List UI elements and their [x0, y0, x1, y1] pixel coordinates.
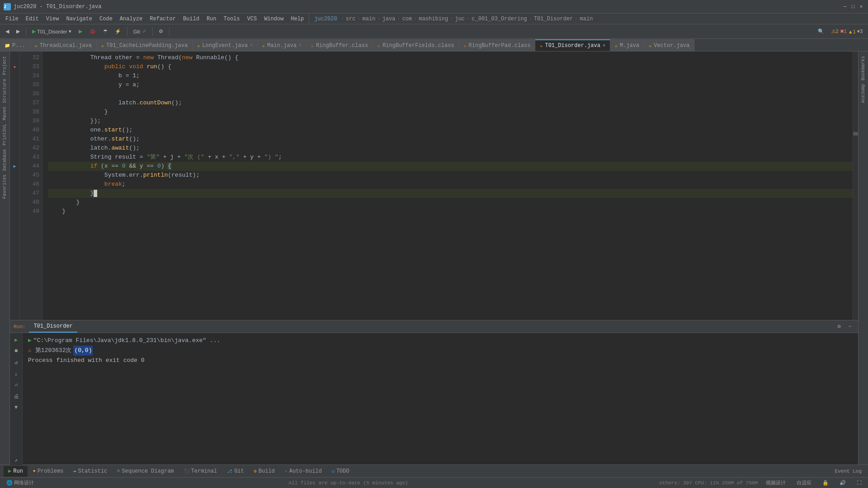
title-bar: J juc2020 - T01_Disorder.java ─ □ ×: [0, 0, 868, 14]
menu-java: java: [381, 16, 397, 22]
tab-ringbufferfields[interactable]: ☕RingBufferFields.class: [373, 39, 459, 51]
toolbar-settings-button[interactable]: ⚙: [156, 26, 166, 37]
menu-tools[interactable]: Tools: [220, 14, 244, 24]
console-rerun-icon[interactable]: ↺: [11, 357, 21, 367]
close-button[interactable]: ×: [858, 4, 864, 10]
git-icon: ⎇: [227, 469, 232, 474]
sidebar-right-2[interactable]: AceJump: [860, 82, 867, 105]
minimize-button[interactable]: ─: [842, 4, 848, 10]
app-icon: J: [4, 3, 11, 10]
toolbar: ◀ ▶ ▶ T01_Disorder ▾ ▶ 🐞 ☂ ⚡ Git: ✓ ⚙ 🔍 …: [0, 24, 868, 39]
bottom-tab-problems[interactable]: ● Problems: [28, 466, 68, 477]
toolbar-back-button[interactable]: ◀: [3, 26, 12, 37]
menu-navigate[interactable]: Navigate: [62, 14, 96, 24]
toolbar-profile-button[interactable]: ⚡: [112, 26, 124, 37]
tab-longevent[interactable]: ☕LongEvent.java ×: [193, 39, 258, 51]
bottom-tab-terminal[interactable]: ⬛ Terminal: [179, 466, 222, 477]
sidebar-project[interactable]: Project: [1, 54, 8, 77]
tab-m[interactable]: ☕M.java: [610, 39, 644, 51]
tab-bar: 📁P... ☕ThreadLocal.java ☕T01_CacheLinePa…: [0, 39, 868, 52]
tab-threadlocal[interactable]: ☕ThreadLocal.java: [30, 39, 97, 51]
line-numbers: 32 33 34 35 36 37 38 39 40 41 42 43 44 4…: [20, 52, 42, 320]
toolbar-debug-button[interactable]: 🐞: [87, 26, 99, 37]
bottom-tab-todo[interactable]: ☑ TODO: [327, 466, 354, 477]
bottom-tab-build[interactable]: ⚙ Build: [250, 466, 279, 477]
code-line-46: break;: [48, 180, 853, 189]
panel-tab-t01disorder[interactable]: T01_Disorder: [29, 321, 77, 333]
menu-build[interactable]: Build: [179, 14, 203, 24]
run-tab-label: Run: [13, 468, 23, 474]
code-content[interactable]: Thread other = new Thread(new Runnable()…: [42, 52, 853, 320]
tab-vector[interactable]: ☕Vector.java: [644, 39, 694, 51]
console-wrap-icon[interactable]: ⏎: [11, 380, 21, 390]
code-line-47: }: [48, 189, 853, 198]
menu-file[interactable]: File: [2, 14, 22, 24]
toolbar-coverage-button[interactable]: ☂: [100, 26, 110, 37]
menu-run[interactable]: Run: [203, 14, 220, 24]
status-bar-right: others: 397 CPU: 11% 258M of 750M 视频设计 自…: [659, 479, 864, 486]
menu-com: com: [401, 16, 414, 22]
console-scroll-icon[interactable]: ⇣: [11, 369, 21, 379]
sidebar-right-1[interactable]: Bookmarks: [860, 54, 867, 82]
panel-minimize-button[interactable]: −: [845, 322, 854, 331]
status-adaptive[interactable]: 自适应: [794, 479, 814, 486]
bottom-tab-statistic[interactable]: ▬ Statistic: [69, 466, 112, 477]
tab-main[interactable]: ☕Main.java ×: [258, 39, 307, 51]
toolbar-search-button[interactable]: 🔍: [815, 26, 827, 37]
menu-vcs[interactable]: VCS: [244, 14, 261, 24]
sidebar-maven[interactable]: Maven: [1, 105, 8, 122]
bottom-tab-run[interactable]: ▶ Run: [4, 466, 28, 477]
code-line-43: String result = "第" + j + "次 (" + x + ",…: [48, 153, 853, 162]
sidebar-printsvl[interactable]: PrintSVL: [1, 122, 8, 147]
bottom-tab-git[interactable]: ⎇ Git: [222, 466, 249, 477]
menu-edit[interactable]: Edit: [22, 14, 42, 24]
maximize-button[interactable]: □: [850, 4, 856, 10]
console-exit-text: Process finished with exit code 0: [28, 356, 144, 366]
menu-t01: T01_Disorder: [532, 16, 575, 22]
menu-refactor[interactable]: Refactor: [146, 14, 179, 24]
toolbar-run-config[interactable]: ▶ T01_Disorder ▾: [29, 26, 74, 37]
tab-project[interactable]: 📁P...: [0, 39, 30, 51]
toolbar-run-button[interactable]: ▶: [76, 26, 85, 37]
menu-juc: juc: [453, 16, 467, 22]
status-fullscreen[interactable]: ⛶: [854, 480, 864, 486]
console-filter-icon[interactable]: ▼: [11, 403, 21, 413]
sidebar-favorites[interactable]: Favorites: [1, 173, 8, 201]
toolbar-forward-button[interactable]: ▶: [14, 26, 23, 37]
sidebar-database[interactable]: Database: [1, 147, 8, 173]
todo-icon: ☑: [332, 469, 335, 474]
problems-label: Problems: [38, 468, 64, 474]
console-stop-icon[interactable]: ■: [11, 346, 21, 356]
tab-ringbufferpad[interactable]: ☕RingBufferPad.class: [459, 39, 536, 51]
run-tab-icon: ▶: [8, 468, 11, 474]
console-run-icon[interactable]: ▶: [11, 335, 21, 345]
tab-cachelinepadding[interactable]: ☕T01_CacheLinePadding.java: [97, 39, 193, 51]
tab-ringbuffer[interactable]: ☕RingBuffer.class: [307, 39, 373, 51]
status-videosheji[interactable]: 视频设计: [763, 479, 788, 486]
event-log-button[interactable]: Event Log: [832, 469, 864, 474]
toolbar-notifications-button[interactable]: ⚠2 ✖1 ▲1 ▾3: [829, 26, 865, 37]
sidebar-structure[interactable]: Structure: [1, 77, 8, 105]
menu-view[interactable]: View: [42, 14, 63, 24]
editor-scrollbar[interactable]: [853, 52, 858, 320]
status-lock-icon[interactable]: 🔒: [820, 480, 831, 486]
menu-mashibing: mashibing: [417, 16, 450, 22]
console-close-icon[interactable]: ↗: [11, 455, 21, 465]
menu-help[interactable]: Help: [287, 14, 307, 24]
bottom-tab-sequence[interactable]: ≡ Sequence Diagram: [113, 466, 178, 477]
panel-settings-button[interactable]: ⚙: [835, 322, 844, 331]
menu-window[interactable]: Window: [260, 14, 287, 24]
console-warning-icon: ⚠: [28, 346, 32, 356]
tab-t01disorder[interactable]: ☕T01_Disorder.java ×: [535, 39, 610, 51]
status-network[interactable]: 🌐 网络设计: [4, 479, 37, 486]
problems-icon: ●: [33, 469, 36, 474]
toolbar-git-button[interactable]: Git: ✓: [131, 26, 149, 37]
build-icon: ⚙: [254, 469, 257, 474]
console-area: ▶ ■ ↺ ⇣ ⏎ 🖨 ▼ ↗ ▶ "C:\Program Files\Java…: [10, 333, 858, 465]
menu-analyze[interactable]: Analyze: [116, 14, 146, 24]
status-sound-icon[interactable]: 🔊: [837, 480, 849, 486]
code-line-42: latch.await();: [48, 144, 853, 153]
bottom-tab-autobuild[interactable]: ⚡ Auto-build: [280, 466, 326, 477]
menu-code[interactable]: Code: [96, 14, 116, 24]
console-print-icon[interactable]: 🖨: [11, 391, 21, 401]
